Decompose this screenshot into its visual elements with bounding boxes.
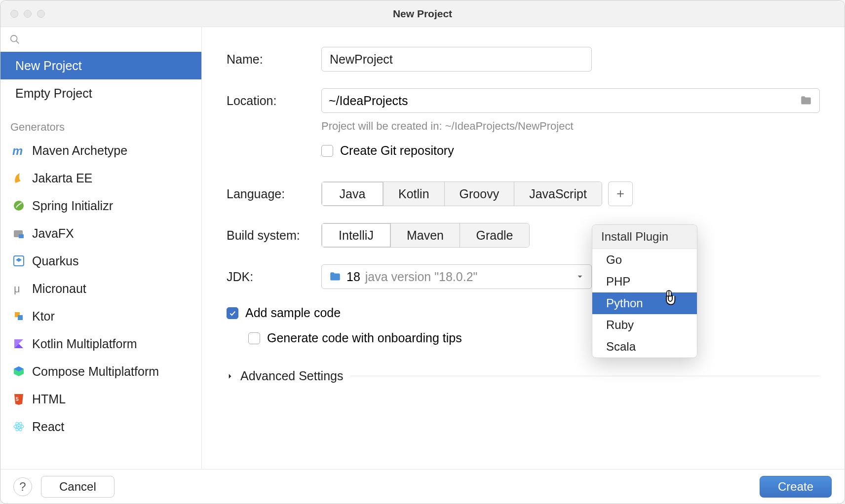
svg-line-1 [16, 41, 19, 44]
build-system-segmented: IntelliJ Maven Gradle [321, 223, 530, 248]
language-option-java[interactable]: Java [322, 182, 384, 206]
svg-text:5: 5 [16, 396, 19, 402]
generator-item-react[interactable]: React [0, 413, 201, 440]
micronaut-icon: μ [12, 282, 25, 295]
cancel-button[interactable]: Cancel [41, 476, 115, 498]
search-icon [9, 34, 20, 45]
svg-text:m: m [12, 144, 23, 157]
language-option-groovy[interactable]: Groovy [445, 182, 515, 206]
build-option-maven[interactable]: Maven [391, 223, 460, 247]
plus-icon [615, 189, 625, 199]
build-system-row: Build system: IntelliJ Maven Gradle [227, 223, 820, 248]
sidebar-item-label: Empty Project [15, 86, 92, 101]
generator-item-label: Quarkus [32, 254, 190, 268]
create-button[interactable]: Create [760, 476, 832, 498]
generator-item-label: React [32, 420, 190, 434]
location-label: Location: [227, 94, 321, 108]
chevron-right-icon [227, 373, 233, 380]
name-input[interactable] [321, 47, 592, 72]
add-sample-code-row[interactable]: Add sample code [227, 306, 820, 320]
generator-item-label: Spring Initializr [32, 199, 190, 213]
react-icon [12, 420, 25, 433]
location-row: Location: ~/IdeaProjects [227, 88, 820, 113]
plugin-item-php[interactable]: PHP [592, 271, 697, 292]
svg-point-3 [14, 201, 24, 211]
help-button[interactable]: ? [13, 477, 32, 496]
plugin-item-go[interactable]: Go [592, 249, 697, 271]
onboarding-tips-row[interactable]: Generate code with onboarding tips [248, 331, 820, 345]
generator-item-spring-initializr[interactable]: Spring Initializr [0, 192, 201, 219]
divider [350, 376, 820, 376]
sidebar-item-label: New Project [15, 59, 82, 73]
generator-item-kotlin-multiplatform[interactable]: Kotlin Multiplatform [0, 330, 201, 358]
sidebar: New Project Empty Project Generators m M… [0, 27, 202, 469]
plugin-item-ruby[interactable]: Ruby [592, 314, 697, 336]
generator-item-micronaut[interactable]: μ Micronaut [0, 275, 201, 302]
chevron-down-icon [576, 272, 584, 281]
name-label: Name: [227, 52, 321, 67]
generator-item-html[interactable]: 5 HTML [0, 385, 201, 413]
close-window-button[interactable] [10, 10, 18, 18]
build-option-intellij[interactable]: IntelliJ [322, 223, 391, 247]
location-input[interactable]: ~/IdeaProjects [321, 88, 820, 113]
onboarding-tips-checkbox[interactable] [248, 332, 260, 344]
language-option-kotlin[interactable]: Kotlin [384, 182, 445, 206]
html-icon: 5 [12, 393, 25, 405]
jdk-version: 18 [346, 270, 360, 284]
minimize-window-button[interactable] [24, 10, 32, 18]
generator-item-jakarta-ee[interactable]: Jakarta EE [0, 164, 201, 192]
kotlin-icon [12, 337, 25, 350]
svg-point-9 [18, 426, 20, 428]
generator-item-maven-archetype[interactable]: m Maven Archetype [0, 137, 201, 164]
build-system-label: Build system: [227, 228, 321, 243]
location-value: ~/IdeaProjects [329, 94, 800, 108]
sidebar-item-empty-project[interactable]: Empty Project [0, 79, 201, 107]
plugin-item-scala[interactable]: Scala [592, 336, 697, 358]
plugin-item-python[interactable]: Python [592, 292, 697, 314]
ktor-icon [12, 310, 25, 323]
generator-item-ktor[interactable]: Ktor [0, 302, 201, 330]
search-input[interactable] [0, 27, 201, 52]
language-label: Language: [227, 187, 321, 201]
generator-item-label: Compose Multiplatform [32, 364, 190, 379]
create-git-checkbox[interactable] [321, 145, 333, 157]
generator-item-label: Maven Archetype [32, 144, 190, 158]
language-segmented: Java Kotlin Groovy JavaScript [321, 181, 602, 206]
window-title: New Project [0, 8, 845, 20]
location-hint: Project will be created in: ~/IdeaProjec… [321, 120, 820, 133]
svg-text:μ: μ [14, 283, 20, 294]
question-icon: ? [19, 480, 26, 494]
new-project-window: New Project New Project Empty Project Ge… [0, 0, 845, 504]
language-row: Language: Java Kotlin Groovy JavaScript [227, 181, 820, 206]
generator-item-label: Micronaut [32, 282, 190, 296]
titlebar: New Project [0, 0, 845, 27]
maven-icon: m [12, 144, 25, 157]
sidebar-item-new-project[interactable]: New Project [0, 52, 201, 79]
jdk-version-detail: java version "18.0.2" [365, 270, 478, 284]
generator-item-compose-multiplatform[interactable]: Compose Multiplatform [0, 358, 201, 385]
install-plugin-popup: Install Plugin Go PHP Python Ruby Scala [592, 224, 697, 358]
generators-header: Generators [0, 107, 201, 137]
check-icon [229, 309, 236, 317]
folder-icon [329, 270, 342, 283]
build-option-gradle[interactable]: Gradle [460, 223, 529, 247]
add-sample-code-checkbox[interactable] [227, 307, 238, 319]
generator-item-label: Jakarta EE [32, 171, 190, 185]
generator-item-javafx[interactable]: JavaFX [0, 219, 201, 247]
folder-icon[interactable] [800, 94, 812, 107]
onboarding-tips-label: Generate code with onboarding tips [267, 331, 462, 345]
generator-item-quarkus[interactable]: Quarkus [0, 247, 201, 275]
language-option-javascript[interactable]: JavaScript [514, 182, 602, 206]
jdk-select[interactable]: 18 java version "18.0.2" [321, 264, 592, 289]
add-sample-code-label: Add sample code [245, 306, 341, 320]
add-language-button[interactable] [608, 181, 633, 206]
jakarta-icon [12, 172, 25, 184]
create-git-label: Create Git repository [340, 144, 454, 158]
jdk-row: JDK: 18 java version "18.0.2" [227, 264, 820, 289]
generator-item-label: JavaFX [32, 226, 190, 241]
create-git-row[interactable]: Create Git repository [321, 144, 820, 158]
advanced-settings-row[interactable]: Advanced Settings [227, 369, 820, 383]
svg-point-0 [11, 36, 17, 42]
compose-icon [12, 365, 25, 378]
zoom-window-button[interactable] [37, 10, 45, 18]
